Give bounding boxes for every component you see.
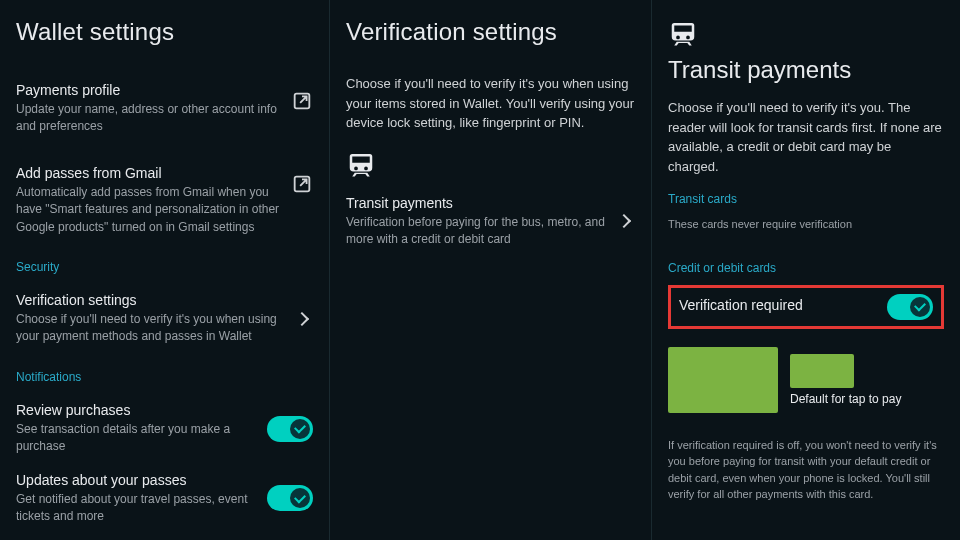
review-purchases-toggle[interactable]: [267, 416, 313, 442]
item-title: Transit payments: [346, 195, 611, 211]
item-sub: Update your name, address or other accou…: [16, 101, 283, 136]
item-title: Verification settings: [16, 292, 289, 308]
transit-cards-sub: These cards never require verification: [668, 216, 944, 233]
payments-profile-item[interactable]: Payments profile Update your name, addre…: [16, 74, 313, 144]
open-external-icon: [291, 90, 313, 112]
credit-debit-label: Credit or debit cards: [668, 261, 944, 275]
updates-passes-toggle[interactable]: [267, 485, 313, 511]
transit-payments-panel: Transit payments Choose if you'll need t…: [652, 0, 960, 540]
transit-payments-desc: Choose if you'll need to verify it's you…: [668, 98, 944, 176]
open-external-icon: [291, 173, 313, 195]
item-title: Add passes from Gmail: [16, 165, 283, 181]
updates-passes-item[interactable]: Updates about your passes Get notified a…: [16, 464, 313, 534]
verification-settings-title: Verification settings: [346, 18, 635, 46]
card-stack: Default for tap to pay: [790, 354, 901, 406]
item-text: Payments profile Update your name, addre…: [16, 82, 291, 136]
transit-payments-title: Transit payments: [668, 56, 944, 84]
verification-required-toggle[interactable]: [887, 294, 933, 320]
chevron-right-icon: [617, 214, 631, 228]
wallet-settings-title: Wallet settings: [16, 18, 313, 46]
default-card-row: Default for tap to pay: [668, 347, 944, 413]
item-sub: Automatically add passes from Gmail when…: [16, 184, 283, 236]
security-section-label: Security: [16, 260, 313, 274]
item-text: Add passes from Gmail Automatically add …: [16, 165, 291, 236]
item-title: Updates about your passes: [16, 472, 259, 488]
wallet-settings-panel: Wallet settings Payments profile Update …: [0, 0, 330, 540]
item-text: Updates about your passes Get notified a…: [16, 472, 267, 526]
verification-required-label: Verification required: [679, 297, 803, 313]
transit-icon: [668, 18, 698, 48]
item-sub: Verification before paying for the bus, …: [346, 214, 611, 249]
item-sub: Get notified about your travel passes, e…: [16, 491, 259, 526]
transit-payments-item[interactable]: Transit payments Verification before pay…: [346, 187, 635, 257]
item-title: Payments profile: [16, 82, 283, 98]
transit-footer-note: If verification required is off, you won…: [668, 437, 944, 503]
review-purchases-item[interactable]: Review purchases See transaction details…: [16, 394, 313, 464]
default-tap-label: Default for tap to pay: [790, 392, 901, 406]
item-text: Transit payments Verification before pay…: [346, 195, 619, 249]
verification-required-highlight: Verification required: [668, 285, 944, 329]
item-text: Verification settings Choose if you'll n…: [16, 292, 297, 346]
item-sub: Choose if you'll need to verify it's you…: [16, 311, 289, 346]
verification-settings-item[interactable]: Verification settings Choose if you'll n…: [16, 284, 313, 354]
chevron-right-icon: [295, 312, 309, 326]
transit-cards-label: Transit cards: [668, 192, 944, 206]
item-sub: See transaction details after you make a…: [16, 421, 259, 456]
card-large-icon: [668, 347, 778, 413]
verification-settings-panel: Verification settings Choose if you'll n…: [330, 0, 652, 540]
gmail-passes-item[interactable]: Add passes from Gmail Automatically add …: [16, 157, 313, 244]
transit-icon: [346, 149, 376, 179]
notifications-section-label: Notifications: [16, 370, 313, 384]
item-text: Review purchases See transaction details…: [16, 402, 267, 456]
verification-desc: Choose if you'll need to verify it's you…: [346, 74, 635, 133]
item-title: Review purchases: [16, 402, 259, 418]
card-small-icon: [790, 354, 854, 388]
